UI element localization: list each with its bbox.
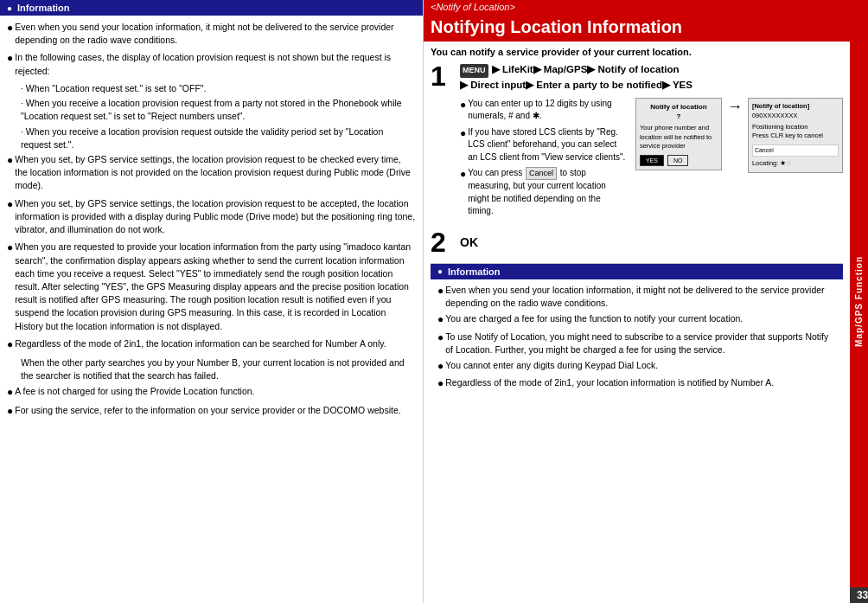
step-2-label: OK	[460, 235, 478, 249]
left-info-header: Information	[0, 0, 423, 16]
list-item: ●Regardless of the mode of 2in1, your lo…	[437, 376, 836, 391]
left-panel: Information ●Even when you send your loc…	[0, 0, 424, 603]
step-1-bullets: ●You can enter up to 12 digits by using …	[460, 98, 629, 221]
bullet-icon: ●	[437, 312, 444, 327]
list-item: ●In the following cases, the display of …	[7, 51, 416, 77]
bullet-icon: ●	[7, 241, 13, 333]
step-number-1: 1	[431, 62, 455, 221]
list-item: ●When you set, by GPS service settings, …	[7, 153, 416, 193]
sub-item: When the other party searches you by you…	[7, 356, 416, 382]
info-box-bottom: Information ●Even when you send your loc…	[431, 263, 843, 399]
list-item: ●When you set, by GPS service settings, …	[7, 197, 416, 237]
bullet-icon: ●	[437, 376, 444, 391]
screen-2-number: 090XXXXXXXX	[752, 112, 839, 121]
bullet-icon: ●	[460, 98, 466, 123]
bullet-icon: ●	[7, 197, 13, 237]
list-item: ●Even when you send your location inform…	[437, 284, 836, 310]
arrow-right-icon: →	[727, 98, 743, 116]
menu-key-icon: MENU	[460, 64, 488, 78]
left-content: ●Even when you send your location inform…	[0, 16, 423, 603]
bullet-icon: ●	[7, 337, 13, 352]
bullet-icon: ●	[7, 153, 13, 193]
title-text: Notifying Location Information	[431, 17, 682, 36]
list-item: ●You are charged a fee for using the fun…	[437, 312, 836, 327]
step-2: 2 OK	[431, 228, 843, 256]
bullet-icon: ●	[460, 126, 466, 164]
list-item: ●A fee is not charged for using the Prov…	[7, 385, 416, 400]
bullet-icon: ●	[437, 359, 444, 374]
bullet-icon: ●	[7, 385, 13, 400]
phone-screen-1: Notify of location? Your phone number an…	[635, 98, 722, 171]
step-1: 1 MENU ▶ LifeKit▶ Map/GPS▶ Notify of loc…	[431, 62, 843, 221]
subtitle: You can notify a service provider of you…	[431, 47, 843, 57]
list-item: ●Even when you send your location inform…	[7, 21, 416, 47]
page-number: 331	[850, 587, 868, 603]
left-info-title: Information	[17, 3, 70, 13]
screen-2-cancel: Cancel	[752, 144, 839, 157]
step-1-detail: ●You can enter up to 12 digits by using …	[460, 98, 843, 221]
screen-1-body: Your phone number and location will be n…	[640, 124, 718, 151]
locating-status: Locating: ★☆	[752, 159, 839, 169]
bullet-icon: ●	[7, 21, 13, 47]
bullet-icon: ●	[460, 167, 466, 218]
tag-text: <Notify of Location>	[431, 2, 515, 12]
cancel-button-inline: Cancel	[526, 167, 557, 180]
yes-no-buttons: YES NO	[640, 155, 718, 167]
right-sidebar: Map/GPS Function 331	[850, 0, 868, 603]
step-number-2: 2	[431, 228, 455, 256]
phone-screen-2: [Notify of location] 090XXXXXXXX Positio…	[748, 98, 843, 174]
no-button: NO	[667, 155, 689, 167]
screen-2-title: [Notify of location]	[752, 102, 839, 112]
sidebar-label: Map/GPS Function	[854, 256, 864, 347]
phone-screens: Notify of location? Your phone number an…	[635, 98, 843, 221]
sub-item: · When you receive a location provision …	[7, 97, 416, 123]
screen-2-line1: Positioning location	[752, 123, 839, 132]
list-item: ●Regardless of the mode of 2in1, the loc…	[7, 337, 416, 352]
list-item: ●You cannot enter any digits during Keyp…	[437, 359, 836, 374]
screen-1-title: Notify of location?	[640, 102, 718, 121]
section-tag: <Notify of Location>	[424, 0, 850, 14]
list-item: ●To use Notify of Location, you might ne…	[437, 330, 836, 356]
bullet-icon: ●	[7, 404, 13, 419]
list-item: ●You can enter up to 12 digits by using …	[460, 98, 629, 123]
bullet-icon: ●	[437, 330, 444, 356]
step-1-content: MENU ▶ LifeKit▶ Map/GPS▶ Notify of locat…	[460, 62, 843, 221]
list-item: ●You can press Cancel to stop measuring,…	[460, 167, 629, 218]
list-item: ●If you have stored LCS clients by "Reg.…	[460, 126, 629, 164]
right-panel: <Notify of Location> Notifying Location …	[424, 0, 850, 603]
bullet-icon: ●	[7, 51, 13, 77]
sub-item: · When "Location request set." is set to…	[7, 82, 416, 95]
right-content: You can notify a service provider of you…	[424, 42, 850, 603]
screen-2-line2: Press CLR key to cancel	[752, 132, 839, 141]
sub-item: · When you receive a location provision …	[7, 125, 416, 151]
list-item: ●For using the service, refer to the inf…	[7, 404, 416, 419]
info-header-bottom-text: Information	[448, 266, 501, 277]
page-title: Notifying Location Information	[424, 14, 850, 42]
info-content-bottom: ●Even when you send your location inform…	[431, 279, 843, 399]
list-item: ●When you are requested to provide your …	[7, 241, 416, 333]
step-1-instruction: MENU ▶ LifeKit▶ Map/GPS▶ Notify of locat…	[460, 62, 843, 93]
info-header-bottom: Information	[431, 264, 843, 279]
yes-button: YES	[640, 155, 664, 167]
bullet-icon: ●	[437, 284, 444, 310]
